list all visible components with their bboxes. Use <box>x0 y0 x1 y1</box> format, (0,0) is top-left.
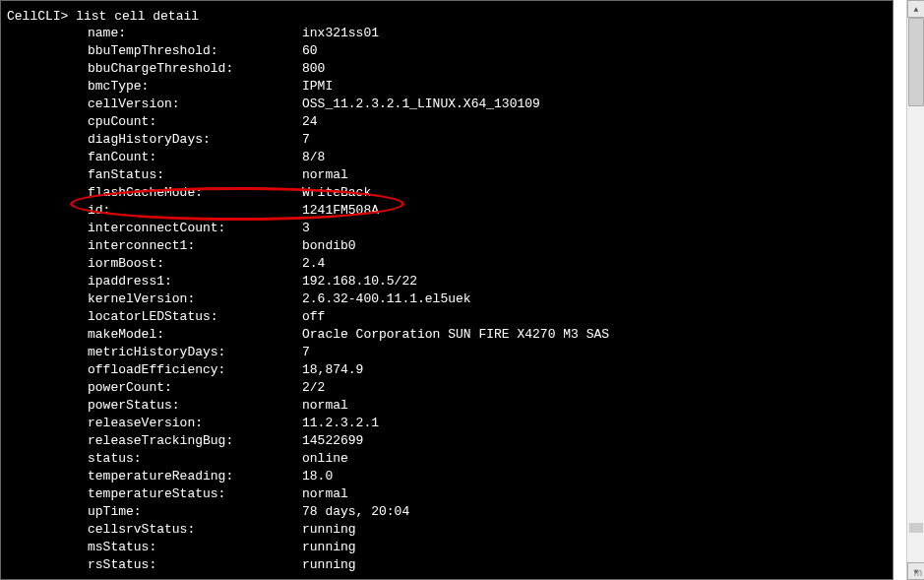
watermark-text: m <box>914 567 922 578</box>
row-value: off <box>302 308 325 326</box>
row-key: fanStatus: <box>7 166 302 184</box>
row-key: bbuChargeThreshold: <box>7 60 302 78</box>
row-key: kernelVersion: <box>7 290 302 308</box>
row-key: upTime: <box>7 503 302 521</box>
output-row: name:inx321ss01 <box>7 25 887 42</box>
row-key: interconnectCount: <box>7 220 302 237</box>
command-line[interactable]: CellCLI> list cell detail <box>7 9 887 24</box>
output-row: makeModel:Oracle Corporation SUN FIRE X4… <box>7 326 887 344</box>
row-value: 18.0 <box>302 468 333 485</box>
row-key: diagHistoryDays: <box>7 131 302 149</box>
output-row: temperatureStatus:normal <box>7 485 887 503</box>
scroll-up-button[interactable]: ▲ <box>907 0 924 18</box>
row-key: msStatus: <box>7 539 302 556</box>
row-value: 3 <box>302 220 310 237</box>
row-value: 78 days, 20:04 <box>302 503 409 521</box>
row-value: 8/8 <box>302 149 325 166</box>
command-text: list cell detail <box>76 9 199 24</box>
row-value: 7 <box>302 131 310 149</box>
output-row: cellsrvStatus:running <box>7 521 887 539</box>
row-value: 2.4 <box>302 255 325 273</box>
row-key: rsStatus: <box>7 556 302 574</box>
row-value: 7 <box>302 344 310 361</box>
output-row: upTime:78 days, 20:04 <box>7 503 887 521</box>
prompt-text: CellCLI> <box>7 9 76 24</box>
row-value: WriteBack <box>302 184 371 202</box>
output-rows: name:inx321ss01bbuTempThreshold:60bbuCha… <box>7 25 887 574</box>
output-row: msStatus:running <box>7 539 887 556</box>
terminal-window: CellCLI> list cell detail name:inx321ss0… <box>0 0 893 580</box>
row-value: running <box>302 539 356 556</box>
row-value: 2/2 <box>302 379 325 397</box>
row-key: powerStatus: <box>7 397 302 415</box>
row-value: normal <box>302 485 348 503</box>
row-key: name: <box>7 25 302 42</box>
output-row: locatorLEDStatus:off <box>7 308 887 326</box>
row-key: interconnect1: <box>7 237 302 255</box>
row-value: OSS_11.2.3.2.1_LINUX.X64_130109 <box>302 96 540 113</box>
row-value: 2.6.32-400.11.1.el5uek <box>302 290 471 308</box>
row-value: 18,874.9 <box>302 361 363 379</box>
scrollbar-mark <box>909 523 923 533</box>
output-row: powerStatus:normal <box>7 397 887 415</box>
row-key: temperatureStatus: <box>7 485 302 503</box>
output-row: cellVersion:OSS_11.2.3.2.1_LINUX.X64_130… <box>7 96 887 113</box>
output-row: interconnectCount:3 <box>7 220 887 237</box>
row-value: running <box>302 521 356 539</box>
scrollbar[interactable]: ▲ ▼ <box>906 0 924 580</box>
row-key: cellsrvStatus: <box>7 521 302 539</box>
output-row: bbuTempThreshold:60 <box>7 42 887 60</box>
row-value: IPMI <box>302 78 333 96</box>
row-value: Oracle Corporation SUN FIRE X4270 M3 SAS <box>302 326 609 344</box>
row-key: offloadEfficiency: <box>7 361 302 379</box>
output-row: powerCount:2/2 <box>7 379 887 397</box>
row-value: 14522699 <box>302 432 363 450</box>
output-row: releaseVersion:11.2.3.2.1 <box>7 415 887 432</box>
row-key: metricHistoryDays: <box>7 344 302 361</box>
output-row: releaseTrackingBug:14522699 <box>7 432 887 450</box>
row-value: online <box>302 450 348 468</box>
row-value: 60 <box>302 42 318 60</box>
chevron-up-icon: ▲ <box>914 5 919 14</box>
row-key: releaseVersion: <box>7 415 302 432</box>
output-row: flashCacheMode:WriteBack <box>7 184 887 202</box>
row-key: temperatureReading: <box>7 468 302 485</box>
row-key: iormBoost: <box>7 255 302 273</box>
output-row: cpuCount:24 <box>7 113 887 131</box>
row-value: inx321ss01 <box>302 25 379 42</box>
output-row: bmcType:IPMI <box>7 78 887 96</box>
output-row: bbuChargeThreshold:800 <box>7 60 887 78</box>
row-value: 1241FM508A <box>302 202 379 220</box>
output-row: iormBoost:2.4 <box>7 255 887 273</box>
row-key: ipaddress1: <box>7 273 302 290</box>
output-row: rsStatus:running <box>7 556 887 574</box>
output-row: temperatureReading:18.0 <box>7 468 887 485</box>
output-row: offloadEfficiency:18,874.9 <box>7 361 887 379</box>
row-value: normal <box>302 397 348 415</box>
scrollbar-thumb[interactable] <box>908 18 924 106</box>
row-key: flashCacheMode: <box>7 184 302 202</box>
row-value: normal <box>302 166 348 184</box>
output-row: fanStatus:normal <box>7 166 887 184</box>
row-value: 800 <box>302 60 325 78</box>
row-key: cellVersion: <box>7 96 302 113</box>
output-row: kernelVersion:2.6.32-400.11.1.el5uek <box>7 290 887 308</box>
row-key: locatorLEDStatus: <box>7 308 302 326</box>
row-value: bondib0 <box>302 237 356 255</box>
row-value: 11.2.3.2.1 <box>302 415 379 432</box>
row-key: cpuCount: <box>7 113 302 131</box>
row-key: status: <box>7 450 302 468</box>
row-key: fanCount: <box>7 149 302 166</box>
row-key: bbuTempThreshold: <box>7 42 302 60</box>
output-row: interconnect1:bondib0 <box>7 237 887 255</box>
output-row: id:1241FM508A <box>7 202 887 220</box>
output-row: metricHistoryDays:7 <box>7 344 887 361</box>
row-key: releaseTrackingBug: <box>7 432 302 450</box>
row-key: id: <box>7 202 302 220</box>
row-key: bmcType: <box>7 78 302 96</box>
row-key: powerCount: <box>7 379 302 397</box>
output-row: status:online <box>7 450 887 468</box>
row-value: 24 <box>302 113 318 131</box>
output-row: ipaddress1:192.168.10.5/22 <box>7 273 887 290</box>
output-row: diagHistoryDays:7 <box>7 131 887 149</box>
